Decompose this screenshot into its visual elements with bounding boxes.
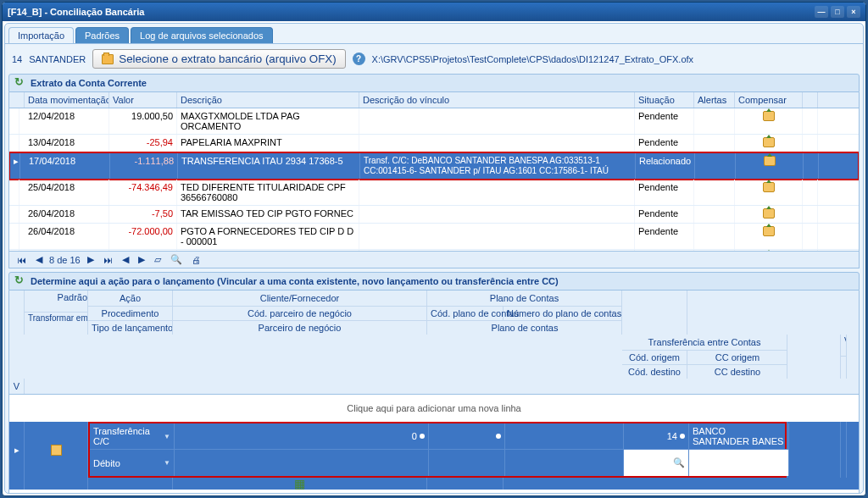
col-ccdestino[interactable]: CC destino xyxy=(687,364,787,379)
col-cliente[interactable]: Cliente/Fornecedor xyxy=(173,290,426,307)
bank-code: 14 xyxy=(12,54,22,64)
first-icon[interactable]: ⏮ xyxy=(14,255,29,265)
col-codorigem[interactable]: Cód. origem xyxy=(622,351,687,364)
refresh-icon[interactable] xyxy=(14,77,26,89)
next-icon[interactable]: ▶ xyxy=(85,254,97,265)
filter-icon[interactable]: ▱ xyxy=(152,254,164,265)
print-icon[interactable]: 🖨 xyxy=(189,255,203,265)
col-valor[interactable]: Valor xyxy=(109,92,177,108)
tab-padroes[interactable]: Padrões xyxy=(75,27,129,43)
col-numplano[interactable]: Número do plano de contas xyxy=(504,307,622,320)
window-titlebar: [F14_B] - Conciliação Bancária — □ × xyxy=(3,3,865,21)
add-row-hint[interactable]: Clique aqui para adicionar uma nova linh… xyxy=(9,395,859,422)
col-proc[interactable]: Procedimento xyxy=(88,307,172,320)
table-row[interactable]: 10/05/2018-300,00TARIFA MENSALIDADE PACO… xyxy=(9,250,859,251)
col-parc[interactable]: Parceiro de negócio xyxy=(173,321,426,335)
codorigem-value[interactable]: 14 xyxy=(667,431,677,441)
tab-log[interactable]: Log de arquivos selecionados xyxy=(131,27,273,43)
file-path: X:\GRV\CPS5\Projetos\TestComplete\CPS\da… xyxy=(372,54,693,64)
col-transformar[interactable]: Transformar em padrão xyxy=(25,313,88,335)
compensar-row-icon[interactable] xyxy=(764,156,776,166)
table-row[interactable]: 12/04/201819.000,50MAXGTXMOLDE LTDA PAG … xyxy=(9,108,859,135)
select-file-button[interactable]: Selecione o extrato bancário (arquivo OF… xyxy=(92,49,345,69)
action-title: Determine aqui a ação para o lançamento … xyxy=(31,276,559,286)
compensar-row-icon[interactable] xyxy=(763,111,775,121)
select-file-label: Selecione o extrato bancário (arquivo OF… xyxy=(119,53,336,65)
next2-icon[interactable]: ▶ xyxy=(136,254,147,265)
refresh2-icon[interactable] xyxy=(14,275,26,287)
compensar-row-icon[interactable] xyxy=(763,182,775,192)
minimize-icon[interactable]: — xyxy=(815,6,828,18)
col-situacao[interactable]: Situação xyxy=(635,92,694,108)
col-coddestino[interactable]: Cód. destino xyxy=(622,364,687,379)
table-row[interactable]: 26/04/2018-7,50TAR EMISSAO TED CIP PGTO … xyxy=(9,206,859,224)
ccdestino-value[interactable]: ITAU AG:1601 CC:17586-1 xyxy=(693,453,785,473)
ccorigem-value[interactable]: BANCO SANTANDER BANES xyxy=(693,426,785,446)
table-row[interactable]: 26/04/2018-72.000,00PGTO A FORNECEDORES … xyxy=(9,224,859,250)
coddestino-value[interactable]: 12 xyxy=(627,458,637,468)
compensar-row-icon[interactable] xyxy=(763,208,775,219)
close-icon[interactable]: × xyxy=(847,6,860,18)
search-dest-icon[interactable]: 🔍 xyxy=(673,457,685,468)
col-date[interactable]: Data movimentação xyxy=(25,92,109,108)
extrato-columns: Data movimentação Valor Descrição Descri… xyxy=(9,92,859,108)
col-compensar[interactable]: Compensar xyxy=(735,92,803,108)
maximize-icon[interactable]: □ xyxy=(831,6,844,18)
extrato-body[interactable]: 12/04/201819.000,50MAXGTXMOLDE LTDA PAG … xyxy=(9,108,859,251)
tabs: Importação Padrões Log de arquivos selec… xyxy=(5,24,863,43)
extrato-pager: ⏮ ◀ 8 de 16 ▶ ⏭ ◀ ▶ ▱ 🔍 🖨 xyxy=(8,252,860,268)
col-planoc[interactable]: Plano de contas xyxy=(427,320,622,335)
bank-name: SANTANDER xyxy=(29,54,86,64)
duplicate-icon[interactable] xyxy=(51,445,62,456)
window-title: [F14_B] - Conciliação Bancária xyxy=(8,7,144,17)
compensar-row-icon[interactable] xyxy=(763,137,775,147)
compensar-row-icon[interactable] xyxy=(763,226,775,236)
action-columns: Padrão Transformar em padrão Ação Proced… xyxy=(9,290,859,395)
extrato-header: Extrato da Conta Corrente xyxy=(8,74,860,92)
col-extra[interactable]: V xyxy=(9,379,25,394)
codparc-value[interactable]: 0 xyxy=(412,431,417,441)
proc-value[interactable]: Transferência C/C xyxy=(93,426,164,446)
col-codplano[interactable]: Cód. plano de contas xyxy=(427,307,504,320)
col-acao[interactable]: Ação xyxy=(88,290,172,307)
table-row[interactable]: ▸17/04/2018-1.111,88TRANSFERENCIA ITAU 2… xyxy=(9,152,859,180)
link-icon[interactable]: ▦ xyxy=(294,478,306,490)
action-row[interactable]: ▸ Transferência C/C▼ Débito▼ 0 xyxy=(9,422,859,490)
col-plano[interactable]: Plano de Contas xyxy=(427,290,621,307)
tab-importacao[interactable]: Importação xyxy=(8,27,74,43)
prev-icon[interactable]: ◀ xyxy=(33,254,45,265)
col-codparc[interactable]: Cód. parceiro de negócio xyxy=(173,307,426,320)
tipo-value[interactable]: Débito xyxy=(93,458,120,468)
col-padrao[interactable]: Padrão xyxy=(25,290,88,313)
col-ccorigem[interactable]: CC origem xyxy=(687,351,787,364)
col-desc[interactable]: Descrição xyxy=(177,92,359,108)
col-transf[interactable]: Transferência entre Contas xyxy=(622,335,787,351)
extrato-title: Extrato da Conta Corrente xyxy=(31,78,147,88)
col-vinc[interactable]: Vínculo com lançamento xyxy=(841,335,847,357)
pager-text: 8 de 16 xyxy=(49,255,81,265)
action-header: Determine aqui a ação para o lançamento … xyxy=(8,272,860,290)
search-icon[interactable]: 🔍 xyxy=(168,254,185,265)
last-icon[interactable]: ⏭ xyxy=(101,255,115,265)
col-vincular[interactable]: Vincular xyxy=(841,357,847,379)
help-icon[interactable]: ? xyxy=(353,53,365,65)
col-tipo[interactable]: Tipo de lançamento xyxy=(88,321,172,335)
table-row[interactable]: 25/04/2018-74.346,49TED DIFERENTE TITULA… xyxy=(9,180,859,206)
prev2-icon[interactable]: ◀ xyxy=(120,254,131,265)
col-alertas[interactable]: Alertas xyxy=(694,92,735,108)
folder-icon xyxy=(102,54,114,64)
table-row[interactable]: 13/04/2018-25,94PAPELARIA MAXPRINTPenden… xyxy=(9,135,859,152)
col-vinculo[interactable]: Descrição do vínculo xyxy=(359,92,635,108)
